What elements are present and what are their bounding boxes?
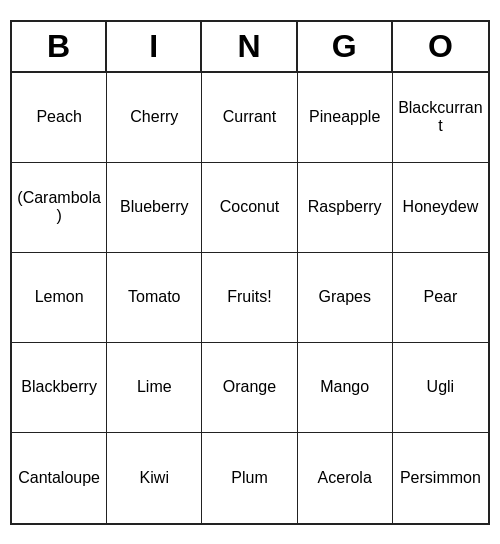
bingo-cell: Honeydew <box>393 163 488 253</box>
bingo-cell: Plum <box>202 433 297 523</box>
bingo-cell: Ugli <box>393 343 488 433</box>
bingo-cell: Coconut <box>202 163 297 253</box>
bingo-card: BINGO PeachCherryCurrantPineappleBlackcu… <box>10 20 490 525</box>
bingo-cell: Persimmon <box>393 433 488 523</box>
bingo-cell: (Carambola) <box>12 163 107 253</box>
header-letter: N <box>202 22 297 71</box>
bingo-cell: Blueberry <box>107 163 202 253</box>
bingo-cell: Acerola <box>298 433 393 523</box>
bingo-cell: Fruits! <box>202 253 297 343</box>
bingo-cell: Grapes <box>298 253 393 343</box>
bingo-cell: Blackberry <box>12 343 107 433</box>
header-letter: B <box>12 22 107 71</box>
header-letter: O <box>393 22 488 71</box>
bingo-cell: Cantaloupe <box>12 433 107 523</box>
bingo-cell: Currant <box>202 73 297 163</box>
bingo-cell: Orange <box>202 343 297 433</box>
bingo-cell: Blackcurrant <box>393 73 488 163</box>
bingo-cell: Pineapple <box>298 73 393 163</box>
bingo-cell: Cherry <box>107 73 202 163</box>
bingo-cell: Kiwi <box>107 433 202 523</box>
bingo-header: BINGO <box>12 22 488 73</box>
bingo-cell: Lemon <box>12 253 107 343</box>
bingo-cell: Tomato <box>107 253 202 343</box>
header-letter: I <box>107 22 202 71</box>
header-letter: G <box>298 22 393 71</box>
bingo-grid: PeachCherryCurrantPineappleBlackcurrant(… <box>12 73 488 523</box>
bingo-cell: Mango <box>298 343 393 433</box>
bingo-cell: Peach <box>12 73 107 163</box>
bingo-cell: Lime <box>107 343 202 433</box>
bingo-cell: Pear <box>393 253 488 343</box>
bingo-cell: Raspberry <box>298 163 393 253</box>
